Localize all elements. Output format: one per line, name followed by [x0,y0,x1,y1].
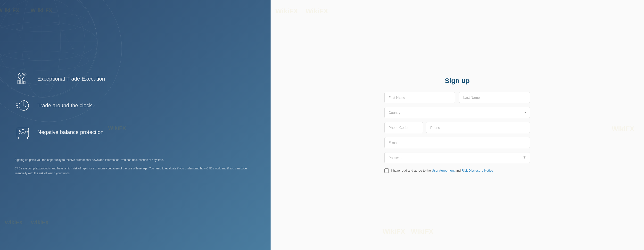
feature-trade-clock: Trade around the clock [14,97,256,114]
watermark-bot: WikiFX WikiFX [5,220,49,226]
svg-text:$: $ [20,74,22,78]
svg-rect-20 [21,79,22,84]
svg-line-13 [58,24,73,48]
last-name-input[interactable] [459,92,530,103]
chart-icon: $ $ [14,70,32,88]
first-name-input[interactable] [384,92,455,103]
agreement-checkbox[interactable] [384,168,389,173]
left-panel: WikiFX WikiFX WikiFX WikiFX WikiFX [0,0,270,250]
svg-point-10 [28,58,30,59]
svg-text:$: $ [24,74,25,76]
password-group: 👁 [384,152,530,163]
form-title: Sign up [384,77,530,85]
svg-point-41 [19,132,20,132]
feature-trade-execution: $ $ Exceptional Trade Execution [14,70,256,88]
first-name-group [384,92,455,103]
agreement-text-between: and [454,169,462,172]
feature-trade-execution-text: Exceptional Trade Execution [37,76,105,82]
svg-rect-21 [24,81,25,84]
svg-point-7 [0,51,88,70]
svg-point-30 [21,129,26,134]
svg-point-31 [22,131,24,133]
svg-rect-19 [18,80,20,84]
password-row: 👁 [384,152,530,163]
feature-negative-balance: Negative balance protection [14,124,256,141]
svg-point-6 [0,12,88,32]
email-group [384,137,530,148]
signup-form-container: Sign up Country United States United Kin… [384,77,530,173]
watermark-top: WikiFX WikiFX [0,7,52,14]
phone-input[interactable] [426,122,530,133]
phone-code-group [384,122,423,133]
phone-code-input[interactable] [384,122,423,133]
svg-point-40 [19,130,20,131]
disclaimer-1: Signing up gives you the opportunity to … [14,158,256,162]
svg-line-27 [24,106,26,107]
features-list: $ $ Exceptional Trade Execution [14,70,256,150]
right-watermark-3: WikiFX WikiFX [382,228,434,236]
country-row: Country United States United Kingdom Aus… [384,107,530,118]
agreement-text-before: I have read and agree to the [391,169,432,172]
email-input[interactable] [384,137,530,148]
feature-negative-balance-text: Negative balance protection [37,129,104,136]
agreement-row: I have read and agree to the User Agreem… [384,168,530,173]
user-agreement-link[interactable]: User Agreement [432,169,454,172]
last-name-group [459,92,530,103]
risk-disclosure-link[interactable]: Risk Disclosure Notice [462,169,493,172]
disclaimer-section: Signing up gives you the opportunity to … [14,158,256,180]
svg-point-42 [19,133,20,134]
eye-icon[interactable]: 👁 [523,156,526,160]
email-row [384,137,530,148]
svg-line-12 [17,24,58,29]
name-row [384,92,530,103]
safe-icon [14,124,32,141]
svg-line-14 [17,29,29,58]
password-input[interactable] [384,152,530,163]
disclaimer-2: CFDs are complex products and have a hig… [14,166,256,176]
right-watermark-1: WikiFX WikiFX [276,7,328,15]
phone-row [384,122,530,133]
country-select[interactable]: Country United States United Kingdom Aus… [384,107,530,118]
right-panel: WikiFX WikiFX WikiFX WikiFX WikiFX Sign … [270,0,644,250]
country-group: Country United States United Kingdom Aus… [384,107,530,118]
phone-group [426,122,530,133]
svg-point-8 [16,28,18,30]
clock-icon [14,97,32,114]
svg-point-3 [0,22,97,61]
svg-line-24 [16,107,18,108]
svg-point-9 [58,24,59,25]
svg-point-11 [72,48,74,49]
feature-trade-clock-text: Trade around the clock [37,102,92,109]
svg-line-23 [16,103,18,104]
right-watermark-2: WikiFX [612,125,634,133]
agreement-text: I have read and agree to the User Agreem… [391,168,493,173]
